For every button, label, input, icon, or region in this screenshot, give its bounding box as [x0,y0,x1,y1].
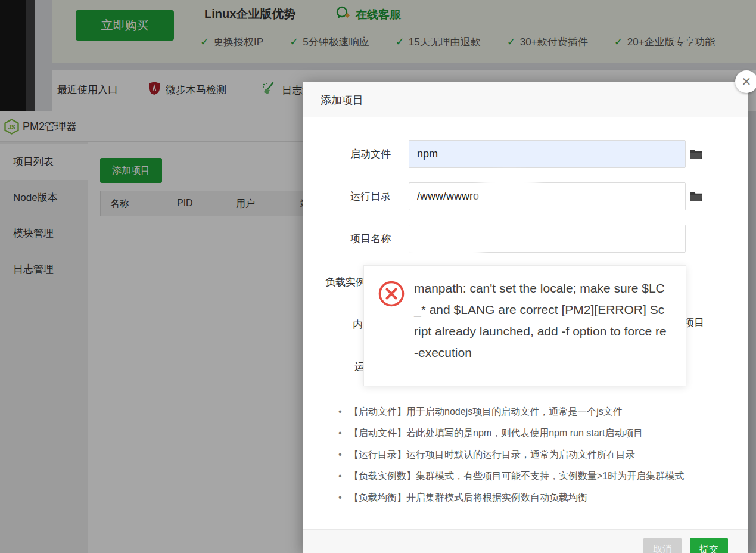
tip-item: 【启动文件】若此处填写的是npm，则代表使用npm run start启动项目 [332,422,726,444]
start-file-label: 启动文件 [303,140,391,168]
tip-item: 【启动文件】用于启动nodejs项目的启动文件，通常是一个js文件 [332,401,726,422]
tip-item: 【运行目录】运行项目时默认的运行目录，通常为启动文件所在目录 [332,444,726,465]
add-project-modal: 添加项目 ✕ 启动文件 运行目录 项目名称 负载实例 内存 运行 项目 [303,82,748,553]
start-file-input[interactable] [409,140,686,168]
screen: 立即购买 Linux企业版优势 在线客服 ✓更换授权IP ✓5分钟极速响应 ✓1… [0,0,756,553]
tip-item: 【负载均衡】开启集群模式后将根据实例数自动负载均衡 [332,487,726,508]
modal-title: 添加项目 [321,93,363,107]
help-tips-list: 【启动文件】用于启动nodejs项目的启动文件，通常是一个js文件 【启动文件】… [332,401,726,508]
cancel-button[interactable]: 取消 [643,538,682,553]
privacy-blur-patch [477,173,542,222]
error-message: manpath: can't set the locale; make sure… [414,278,667,364]
error-toast: manpath: can't set the locale; make sure… [363,265,686,386]
run-dir-label: 运行目录 [303,182,391,210]
project-name-label: 项目名称 [303,225,391,253]
run-dir-input[interactable] [409,182,686,210]
submit-button[interactable]: 提交 [690,538,728,553]
error-circle-icon [378,280,405,310]
load-instances-label: 负载实例 [325,275,366,289]
modal-header: 添加项目 [303,82,748,117]
privacy-blur-patch [403,209,484,272]
tip-item: 【负载实例数】集群模式，有些项目可能不支持，实例数量>1时为开启集群模式 [332,465,726,487]
folder-browse-icon[interactable] [687,182,704,210]
close-icon[interactable]: ✕ [735,70,756,93]
memory-hint-fragment: 项目 [684,316,704,330]
folder-browse-icon[interactable] [687,140,704,168]
